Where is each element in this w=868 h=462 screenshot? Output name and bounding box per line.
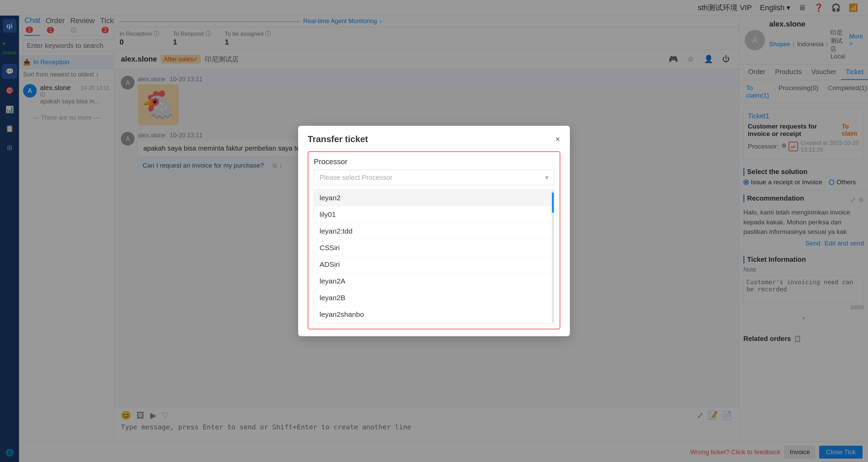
modal-body: Processor Please select Processor ▾ leya… — [308, 151, 560, 329]
modal-header: Transfer ticket × — [308, 134, 560, 144]
processor-select[interactable]: Please select Processor ▾ — [314, 170, 554, 185]
modal-title: Transfer ticket — [308, 134, 368, 144]
processor-dropdown: leyan2 lily01 leyan2:tdd CSSiri ADSiri l… — [314, 189, 554, 323]
dropdown-item-7[interactable]: leyan2shanbo — [314, 306, 554, 323]
modal-overlay: Transfer ticket × Processor Please selec… — [0, 0, 868, 462]
scrollbar-thumb — [552, 192, 554, 213]
processor-label: Processor — [314, 157, 554, 166]
dropdown-item-3[interactable]: CSSiri — [314, 240, 554, 256]
dropdown-item-5[interactable]: leyan2A — [314, 273, 554, 290]
dropdown-scrollbar[interactable] — [552, 190, 554, 323]
dropdown-item-2[interactable]: leyan2:tdd — [314, 223, 554, 240]
dropdown-item-4[interactable]: ADSiri — [314, 256, 554, 273]
transfer-ticket-modal: Transfer ticket × Processor Please selec… — [298, 126, 570, 336]
dropdown-item-0[interactable]: leyan2 — [314, 190, 554, 206]
dropdown-item-1[interactable]: lily01 — [314, 206, 554, 223]
modal-close-btn[interactable]: × — [555, 134, 560, 144]
dropdown-item-6[interactable]: leyan2B — [314, 290, 554, 306]
